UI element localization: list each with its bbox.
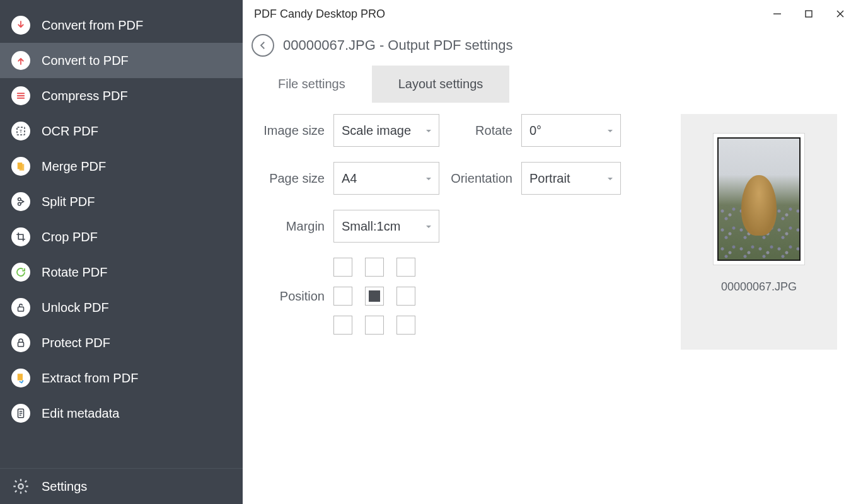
arrow-up-icon	[11, 51, 30, 70]
sidebar-item-label: Unlock PDF	[42, 301, 109, 315]
app-title: PDF Candy Desktop PRO	[254, 8, 385, 21]
sidebar-item-label: Protect PDF	[42, 336, 110, 350]
chevron-down-icon	[425, 123, 432, 138]
preview-caption: 00000067.JPG	[721, 280, 797, 294]
rotate-icon	[11, 263, 30, 282]
merge-icon	[11, 157, 30, 176]
compress-icon	[11, 86, 30, 105]
sidebar-item-protect-pdf[interactable]: Protect PDF	[0, 325, 243, 360]
svg-rect-3	[20, 164, 25, 171]
orientation-label: Orientation	[446, 171, 521, 186]
image-size-select[interactable]: Scale image	[333, 114, 439, 147]
chevron-down-icon	[606, 171, 614, 186]
image-size-label: Image size	[252, 123, 333, 138]
metadata-icon	[11, 404, 30, 423]
main: PDF Candy Desktop PRO 00000067.JPG - Out…	[243, 0, 856, 504]
margin-select[interactable]: Small:1cm	[333, 210, 439, 243]
svg-rect-6	[18, 307, 24, 311]
page-size-value: A4	[342, 171, 425, 186]
sidebar-item-label: Settings	[42, 479, 87, 494]
sidebar-item-label: Extract from PDF	[42, 371, 138, 386]
svg-rect-12	[806, 11, 812, 17]
margin-label: Margin	[252, 219, 333, 234]
position-cell-7[interactable]	[365, 316, 384, 335]
sidebar-item-ocr-pdf[interactable]: TOCR PDF	[0, 113, 243, 149]
chevron-down-icon	[606, 123, 614, 138]
sidebar-item-label: Compress PDF	[42, 89, 128, 103]
position-cell-0[interactable]	[333, 258, 352, 277]
sidebar-item-rotate-pdf[interactable]: Rotate PDF	[0, 255, 243, 290]
position-cell-2[interactable]	[396, 258, 415, 277]
position-cell-8[interactable]	[396, 316, 415, 335]
position-grid	[333, 258, 415, 335]
crop-icon	[11, 227, 30, 246]
subheader: 00000067.JPG - Output PDF settings	[243, 28, 856, 66]
position-cell-4[interactable]	[365, 287, 384, 306]
position-cell-1[interactable]	[365, 258, 384, 277]
ocr-icon: T	[11, 122, 30, 140]
position-cell-5[interactable]	[396, 287, 415, 306]
unlock-icon	[11, 298, 30, 317]
tab-file-settings[interactable]: File settings	[252, 66, 372, 103]
split-icon	[11, 192, 30, 211]
sidebar-item-label: OCR PDF	[42, 124, 98, 139]
sidebar-item-label: Convert to PDF	[42, 54, 129, 68]
sidebar-item-edit-metadata[interactable]: Edit metadata	[0, 396, 243, 431]
sidebar-item-label: Merge PDF	[42, 159, 106, 174]
sidebar-item-convert-from-pdf[interactable]: Convert from PDF	[0, 8, 243, 43]
page-size-select[interactable]: A4	[333, 162, 439, 195]
preview-page	[713, 133, 805, 265]
sidebar-item-label: Convert from PDF	[42, 18, 143, 33]
rotate-label: Rotate	[446, 123, 521, 138]
sidebar-item-split-pdf[interactable]: Split PDF	[0, 184, 243, 219]
sidebar-item-convert-to-pdf[interactable]: Convert to PDF	[0, 43, 243, 78]
svg-text:T: T	[20, 129, 23, 134]
position-cell-3[interactable]	[333, 287, 352, 306]
breadcrumb: 00000067.JPG - Output PDF settings	[283, 37, 512, 54]
svg-point-10	[18, 484, 23, 488]
chevron-down-icon	[425, 219, 432, 234]
sidebar-item-settings[interactable]: Settings	[0, 469, 243, 504]
page-size-label: Page size	[252, 171, 333, 186]
titlebar: PDF Candy Desktop PRO	[243, 0, 856, 28]
sidebar: Convert from PDFConvert to PDFCompress P…	[0, 0, 243, 504]
orientation-value: Portrait	[529, 171, 606, 186]
tabs: File settingsLayout settings	[252, 66, 856, 103]
position-label: Position	[252, 289, 333, 304]
rotate-value: 0°	[529, 123, 606, 138]
image-size-value: Scale image	[342, 123, 425, 138]
sidebar-item-crop-pdf[interactable]: Crop PDF	[0, 219, 243, 255]
rotate-select[interactable]: 0°	[521, 114, 621, 147]
back-button[interactable]	[252, 34, 274, 57]
window-close-button[interactable]	[824, 0, 856, 28]
sidebar-item-label: Rotate PDF	[42, 265, 107, 280]
lock-icon	[11, 333, 30, 352]
margin-value: Small:1cm	[342, 219, 425, 234]
window-minimize-button[interactable]	[761, 0, 793, 28]
sidebar-item-unlock-pdf[interactable]: Unlock PDF	[0, 290, 243, 325]
gear-icon	[11, 477, 30, 496]
position-cell-6[interactable]	[333, 316, 352, 335]
preview-image	[717, 137, 801, 261]
window-maximize-button[interactable]	[793, 0, 824, 28]
extract-icon	[11, 369, 30, 387]
chevron-down-icon	[425, 171, 432, 186]
sidebar-item-label: Split PDF	[42, 195, 95, 209]
layout-settings-form: Image size Scale image Rotate 0°	[252, 114, 630, 350]
sidebar-item-label: Crop PDF	[42, 230, 98, 244]
orientation-select[interactable]: Portrait	[521, 162, 621, 195]
sidebar-item-compress-pdf[interactable]: Compress PDF	[0, 78, 243, 113]
svg-rect-8	[18, 374, 23, 381]
tab-layout-settings[interactable]: Layout settings	[372, 66, 510, 103]
arrow-down-icon	[11, 16, 30, 35]
sidebar-item-label: Edit metadata	[42, 406, 119, 421]
svg-rect-7	[18, 342, 24, 346]
sidebar-item-extract-from-pdf[interactable]: Extract from PDF	[0, 360, 243, 396]
preview-panel: 00000067.JPG	[681, 114, 837, 350]
sidebar-item-merge-pdf[interactable]: Merge PDF	[0, 149, 243, 184]
